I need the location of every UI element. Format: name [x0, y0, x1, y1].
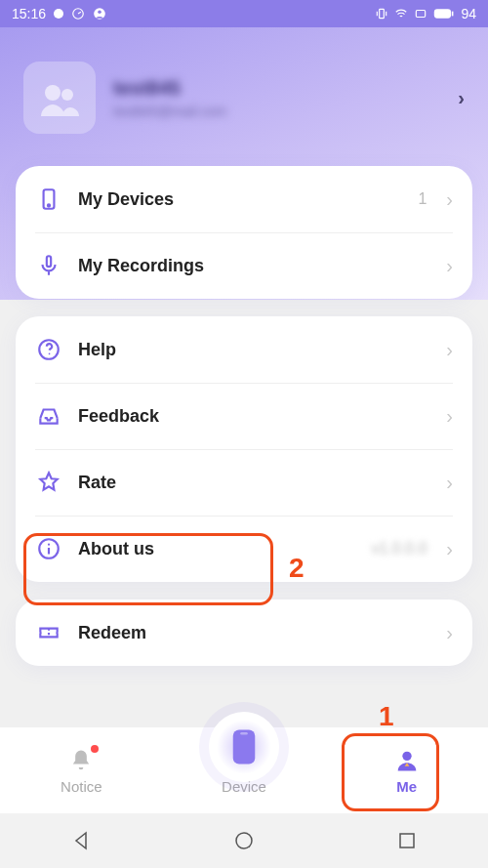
row-label: About us [78, 539, 355, 559]
device-icon [229, 727, 259, 766]
row-label: Feedback [78, 406, 430, 427]
row-label: My Devices [78, 189, 402, 210]
row-my-recordings[interactable]: My Recordings › [16, 232, 472, 299]
person-icon [393, 747, 421, 774]
profile-row[interactable]: test845 test845@mail.com › [0, 52, 488, 144]
svg-point-15 [48, 544, 50, 546]
profile-name: test845 [113, 77, 440, 100]
svg-rect-3 [380, 9, 385, 18]
row-redeem[interactable]: Redeem › [16, 599, 472, 666]
bell-icon [67, 747, 95, 774]
screen-icon [414, 7, 427, 21]
battery-icon [433, 7, 455, 21]
nav-recent-icon[interactable] [395, 829, 419, 852]
status-bar: 15:16 94 [0, 0, 488, 27]
svg-point-19 [236, 833, 252, 848]
svg-point-7 [45, 85, 61, 101]
row-my-devices[interactable]: My Devices 1 › [16, 166, 472, 232]
tab-bar: Notice Device Me [0, 727, 488, 813]
profile-email: test845@mail.com [113, 103, 440, 119]
row-label: Help [78, 340, 430, 360]
info-icon [35, 535, 62, 562]
row-feedback[interactable]: Feedback › [16, 383, 472, 449]
svg-rect-6 [452, 12, 454, 17]
ticket-icon [35, 619, 62, 646]
inbox-icon [35, 402, 62, 430]
profile-text: test845 test845@mail.com [113, 77, 440, 119]
row-rate[interactable]: Rate › [16, 449, 472, 516]
content: My Devices 1 › My Recordings › Help › Fe… [0, 166, 488, 683]
avatar-group-icon [35, 73, 84, 122]
card-devices: My Devices 1 › My Recordings › [16, 166, 472, 299]
svg-point-13 [49, 352, 51, 354]
chevron-right-icon: › [446, 255, 453, 277]
nav-back-icon[interactable] [69, 829, 93, 852]
chat-indicator-icon [54, 9, 63, 19]
dashboard-icon [71, 7, 85, 21]
tab-me[interactable]: Me [325, 747, 488, 813]
vibrate-icon [375, 7, 388, 21]
nav-home-icon[interactable] [232, 829, 256, 852]
svg-point-18 [402, 752, 411, 761]
svg-rect-11 [47, 256, 51, 267]
svg-point-10 [48, 204, 50, 206]
tab-label: Notice [61, 778, 102, 795]
help-icon [35, 336, 62, 363]
row-label: My Recordings [78, 256, 430, 276]
star-icon [35, 469, 62, 496]
notification-dot-icon [91, 745, 99, 753]
chevron-right-icon: › [446, 405, 453, 428]
svg-rect-16 [233, 730, 256, 765]
tab-label: Me [396, 778, 417, 795]
svg-rect-4 [417, 11, 426, 18]
avatar [23, 62, 96, 134]
chevron-right-icon: › [458, 87, 465, 109]
wifi-icon [394, 7, 408, 21]
row-label: Rate [78, 473, 430, 493]
chevron-right-icon: › [446, 538, 453, 560]
card-redeem: Redeem › [16, 599, 472, 666]
status-time: 15:16 [12, 6, 46, 21]
account-icon [93, 7, 106, 21]
row-about-us[interactable]: About us v1.0.0.0 › [16, 516, 472, 582]
chevron-right-icon: › [446, 622, 453, 644]
chevron-right-icon: › [446, 188, 453, 211]
row-value: 1 [418, 190, 427, 208]
row-label: Redeem [78, 623, 430, 643]
svg-rect-17 [240, 732, 248, 735]
chevron-right-icon: › [446, 472, 453, 494]
row-help[interactable]: Help › [16, 316, 472, 383]
battery-text: 94 [461, 6, 476, 21]
android-nav-bar [0, 813, 488, 868]
svg-rect-20 [400, 834, 414, 847]
chevron-right-icon: › [446, 339, 453, 361]
device-bump [209, 712, 279, 782]
svg-point-2 [98, 11, 102, 15]
card-support: Help › Feedback › Rate › About us v1.0.0… [16, 316, 472, 582]
row-value: v1.0.0.0 [371, 540, 427, 558]
tab-device[interactable]: Device [163, 747, 326, 813]
svg-point-8 [61, 89, 73, 101]
phone-icon [35, 186, 62, 213]
svg-rect-5 [434, 9, 451, 18]
tab-notice[interactable]: Notice [0, 747, 163, 813]
mic-icon [35, 252, 62, 279]
